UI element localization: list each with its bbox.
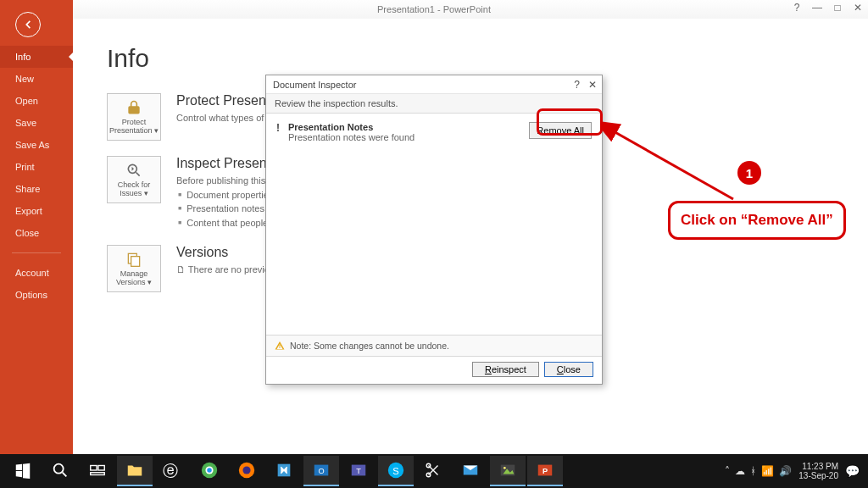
dialog-titlebar: Document Inspector ? ✕ xyxy=(266,75,602,94)
edge-icon: ⓔ xyxy=(163,461,181,480)
tb-file-explorer[interactable] xyxy=(117,456,153,486)
firefox-icon xyxy=(237,461,256,480)
scissors-icon xyxy=(424,461,442,480)
lock-icon xyxy=(125,99,143,116)
tb-skype[interactable]: S xyxy=(378,456,414,486)
task-view-button[interactable] xyxy=(80,456,115,486)
help-icon[interactable]: ? xyxy=(790,2,804,14)
svg-rect-9 xyxy=(98,466,104,471)
warning-mark-icon: ! xyxy=(276,122,288,134)
svg-point-7 xyxy=(54,464,64,474)
sidebar-item-options[interactable]: Options xyxy=(0,284,73,306)
outlook-icon: O xyxy=(312,461,331,480)
sidebar-item-close[interactable]: Close xyxy=(0,222,73,244)
taskbar-clock[interactable]: 11:23 PM 13-Sep-20 xyxy=(798,462,838,481)
window-title: Presentation1 - PowerPoint xyxy=(377,4,491,14)
manage-versions-tile[interactable]: Manage Versions ▾ xyxy=(107,245,161,292)
tray-volume-icon[interactable]: 🔊 xyxy=(779,465,792,477)
start-button[interactable] xyxy=(5,456,41,486)
page-title: Info xyxy=(107,44,868,73)
system-tray: ˄ ☁ ᚼ 📶 🔊 11:23 PM 13-Sep-20 💬 xyxy=(725,462,863,481)
photos-icon xyxy=(498,461,517,480)
sidebar-item-open[interactable]: Open xyxy=(0,90,73,112)
svg-text:P: P xyxy=(542,467,548,475)
protect-text: Protect Presenta Control what types of c… xyxy=(176,93,277,125)
magnifier-icon xyxy=(125,162,143,179)
powerpoint-icon: P xyxy=(536,461,554,480)
folder-icon xyxy=(125,461,144,480)
result-heading: Presentation Notes xyxy=(288,122,529,132)
tray-wifi-icon[interactable]: 📶 xyxy=(761,465,774,477)
maximize-icon[interactable]: □ xyxy=(831,2,844,14)
reinspect-button[interactable]: Reinspect xyxy=(472,362,539,377)
check-issues-tile[interactable]: Check for Issues ▾ xyxy=(107,156,161,203)
sidebar-item-save-as[interactable]: Save As xyxy=(0,134,73,156)
dialog-help-icon[interactable]: ? xyxy=(574,79,580,91)
svg-point-27 xyxy=(504,467,506,469)
dialog-body: ! Presentation Notes Presentation notes … xyxy=(266,114,602,335)
sidebar-item-account[interactable]: Account xyxy=(0,262,73,284)
svg-rect-2 xyxy=(131,256,140,266)
versions-icon xyxy=(125,251,143,268)
tray-bluetooth-icon[interactable]: ᚼ xyxy=(750,465,756,477)
svg-line-6 xyxy=(612,130,733,199)
svg-text:T: T xyxy=(356,467,361,475)
dialog-footer: Reinspect Close xyxy=(266,356,602,384)
tb-powerpoint[interactable]: P xyxy=(527,456,563,486)
minimize-icon[interactable]: — xyxy=(810,2,824,14)
svg-text:O: O xyxy=(318,467,324,475)
sidebar-divider xyxy=(12,252,61,253)
tb-chrome[interactable] xyxy=(192,456,227,486)
close-button[interactable]: Close xyxy=(544,362,593,377)
versions-text: Versions 🗋 There are no previou xyxy=(176,245,275,277)
skype-icon: S xyxy=(387,461,405,480)
sidebar-item-save[interactable]: Save xyxy=(0,112,73,134)
result-detail: Presentation notes were found xyxy=(288,132,415,142)
windows-logo-icon xyxy=(14,461,32,480)
tb-firefox[interactable] xyxy=(229,456,264,486)
svg-rect-3 xyxy=(280,345,281,347)
sidebar-item-info[interactable]: Info xyxy=(0,46,73,68)
svg-rect-4 xyxy=(280,347,281,348)
dialog-note: Note: Some changes cannot be undone. xyxy=(266,335,602,356)
tb-edge[interactable]: ⓔ xyxy=(154,456,190,486)
back-button[interactable] xyxy=(15,12,41,37)
task-view-icon xyxy=(88,461,107,480)
code-icon xyxy=(275,461,293,480)
tb-mail[interactable] xyxy=(453,456,488,486)
sidebar-item-print[interactable]: Print xyxy=(0,156,73,178)
close-window-icon[interactable]: ✕ xyxy=(851,2,865,14)
tb-photos[interactable] xyxy=(490,456,526,486)
action-center-icon[interactable]: 💬 xyxy=(845,464,860,478)
tray-chevron-icon[interactable]: ˄ xyxy=(725,465,730,477)
svg-text:S: S xyxy=(392,466,398,476)
tb-snip[interactable] xyxy=(415,456,451,486)
window-controls: ? — □ ✕ xyxy=(790,2,865,14)
chrome-icon xyxy=(200,461,219,480)
annotation-highlight-remove-all xyxy=(537,108,603,136)
warning-triangle-icon xyxy=(275,341,285,351)
tb-outlook[interactable]: O xyxy=(303,456,339,486)
sidebar-item-new[interactable]: New xyxy=(0,68,73,90)
tb-teams[interactable]: T xyxy=(341,456,376,486)
svg-point-15 xyxy=(242,466,250,474)
mail-icon xyxy=(461,461,480,480)
tb-vscode[interactable] xyxy=(266,456,302,486)
versions-desc: 🗋 There are no previou xyxy=(176,263,275,277)
search-button[interactable] xyxy=(42,456,78,486)
windows-taskbar: ⓔ O T S P ˄ ☁ ᚼ 📶 🔊 11:23 PM 13 xyxy=(0,454,868,488)
svg-point-13 xyxy=(207,468,212,473)
tray-cloud-icon[interactable]: ☁ xyxy=(735,465,745,477)
sidebar-item-export[interactable]: Export xyxy=(0,200,73,222)
svg-rect-8 xyxy=(91,466,97,471)
window-titlebar: Presentation1 - PowerPoint ? — □ ✕ xyxy=(0,0,868,19)
backstage-sidebar: Info New Open Save Save As Print Share E… xyxy=(0,0,73,454)
protect-presentation-tile[interactable]: Protect Presentation ▾ xyxy=(107,93,161,141)
arrow-left-icon xyxy=(22,19,34,30)
annotation-arrow xyxy=(602,119,746,212)
dialog-close-icon[interactable]: ✕ xyxy=(588,79,597,91)
teams-icon: T xyxy=(349,461,368,480)
sidebar-item-share[interactable]: Share xyxy=(0,178,73,200)
svg-rect-10 xyxy=(91,473,105,475)
inspect-text: Inspect Presenta Before publishing this … xyxy=(176,156,280,230)
